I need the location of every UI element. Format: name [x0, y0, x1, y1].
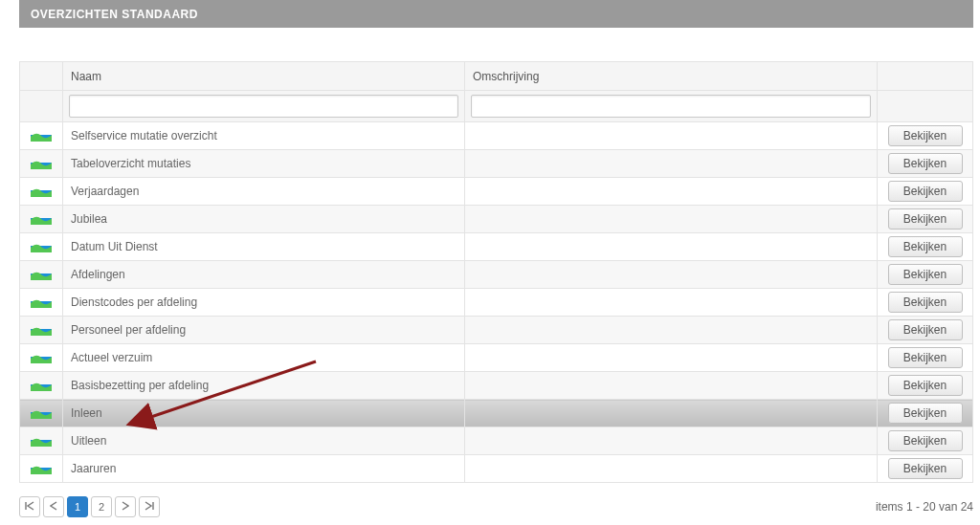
row-name: Inleen	[63, 400, 465, 427]
row-icon-cell	[20, 178, 63, 206]
row-desc	[465, 178, 878, 206]
pager-page-button[interactable]: 2	[91, 496, 112, 517]
report-icon	[31, 267, 52, 283]
row-desc	[465, 206, 878, 233]
pager-next-button[interactable]	[115, 496, 136, 517]
report-icon	[31, 156, 52, 172]
table-row[interactable]: JubileaBekijken	[20, 206, 973, 233]
col-name-header[interactable]: Naam	[63, 62, 465, 91]
row-icon-cell	[20, 400, 63, 427]
view-button[interactable]: Bekijken	[888, 236, 963, 257]
view-button[interactable]: Bekijken	[888, 292, 963, 313]
report-icon	[31, 211, 52, 228]
last-icon	[145, 501, 154, 513]
view-button[interactable]: Bekijken	[888, 125, 963, 146]
col-name-label: Naam	[71, 70, 101, 83]
row-icon-cell	[20, 233, 63, 261]
row-desc	[465, 427, 878, 455]
table-row[interactable]: VerjaardagenBekijken	[20, 178, 973, 206]
row-name: Basisbezetting per afdeling	[63, 372, 465, 400]
prev-icon	[50, 501, 57, 513]
first-icon	[25, 501, 34, 513]
report-icon	[31, 405, 52, 422]
row-name: Afdelingen	[63, 261, 465, 289]
row-desc	[465, 400, 878, 427]
report-icon	[31, 239, 52, 255]
table-row[interactable]: Actueel verzuimBekijken	[20, 344, 973, 372]
pager: 12	[19, 496, 160, 517]
table-row[interactable]: JaarurenBekijken	[20, 455, 973, 483]
report-icon	[31, 184, 52, 200]
filter-name-input[interactable]	[69, 95, 458, 118]
row-icon-cell	[20, 455, 63, 483]
row-desc	[465, 455, 878, 483]
row-desc	[465, 233, 878, 261]
page-title: OVERZICHTEN STANDAARD	[19, 0, 973, 28]
row-icon-cell	[20, 122, 63, 150]
overview-grid: Naam Omschrijving Selfservice mutatie ov…	[19, 61, 973, 483]
row-desc	[465, 150, 878, 178]
col-action-header	[878, 62, 973, 91]
pager-last-button[interactable]	[139, 496, 160, 517]
table-row[interactable]: AfdelingenBekijken	[20, 261, 973, 289]
report-icon	[31, 350, 52, 366]
view-button[interactable]: Bekijken	[888, 264, 963, 285]
row-icon-cell	[20, 206, 63, 233]
table-row[interactable]: Tabeloverzicht mutatiesBekijken	[20, 150, 973, 178]
row-icon-cell	[20, 261, 63, 289]
table-row[interactable]: Dienstcodes per afdelingBekijken	[20, 289, 973, 317]
row-desc	[465, 261, 878, 289]
pager-status: items 1 - 20 van 24	[876, 500, 973, 514]
row-icon-cell	[20, 289, 63, 317]
pager-prev-button[interactable]	[43, 496, 64, 517]
page-title-text: OVERZICHTEN STANDAARD	[31, 8, 198, 21]
table-row[interactable]: InleenBekijken	[20, 400, 973, 427]
report-icon	[31, 378, 52, 394]
col-desc-label: Omschrijving	[473, 70, 539, 83]
row-icon-cell	[20, 427, 63, 455]
report-icon	[31, 295, 52, 311]
view-button[interactable]: Bekijken	[888, 430, 963, 451]
col-icon-header	[20, 62, 63, 91]
table-row[interactable]: Datum Uit DienstBekijken	[20, 233, 973, 261]
row-name: Personeel per afdeling	[63, 317, 465, 344]
row-icon-cell	[20, 372, 63, 400]
row-name: Dienstcodes per afdeling	[63, 289, 465, 317]
view-button[interactable]: Bekijken	[888, 208, 963, 230]
view-button[interactable]: Bekijken	[888, 347, 963, 368]
view-button[interactable]: Bekijken	[888, 403, 963, 424]
report-icon	[31, 433, 52, 449]
view-button[interactable]: Bekijken	[888, 375, 963, 396]
row-name: Datum Uit Dienst	[63, 233, 465, 261]
row-desc	[465, 122, 878, 150]
table-row[interactable]: Personeel per afdelingBekijken	[20, 317, 973, 344]
row-icon-cell	[20, 344, 63, 372]
row-name: Uitleen	[63, 427, 465, 455]
table-row[interactable]: Basisbezetting per afdelingBekijken	[20, 372, 973, 400]
col-desc-header[interactable]: Omschrijving	[465, 62, 878, 91]
row-desc	[465, 289, 878, 317]
report-icon	[31, 322, 52, 339]
next-icon	[122, 501, 129, 513]
pager-page-button[interactable]: 1	[67, 496, 88, 517]
row-icon-cell	[20, 150, 63, 178]
row-name: Actueel verzuim	[63, 344, 465, 372]
view-button[interactable]: Bekijken	[888, 181, 963, 202]
view-button[interactable]: Bekijken	[888, 153, 963, 174]
table-row[interactable]: Selfservice mutatie overzichtBekijken	[20, 122, 973, 150]
view-button[interactable]: Bekijken	[888, 458, 963, 479]
view-button[interactable]: Bekijken	[888, 319, 963, 340]
row-name: Jubilea	[63, 206, 465, 233]
row-name: Jaaruren	[63, 455, 465, 483]
table-row[interactable]: UitleenBekijken	[20, 427, 973, 455]
row-icon-cell	[20, 317, 63, 344]
row-name: Selfservice mutatie overzicht	[63, 122, 465, 150]
pager-first-button[interactable]	[19, 496, 40, 517]
row-desc	[465, 344, 878, 372]
row-desc	[465, 372, 878, 400]
row-name: Tabeloverzicht mutaties	[63, 150, 465, 178]
filter-desc-input[interactable]	[471, 95, 871, 118]
report-icon	[31, 128, 52, 144]
row-name: Verjaardagen	[63, 178, 465, 206]
report-icon	[31, 461, 52, 477]
